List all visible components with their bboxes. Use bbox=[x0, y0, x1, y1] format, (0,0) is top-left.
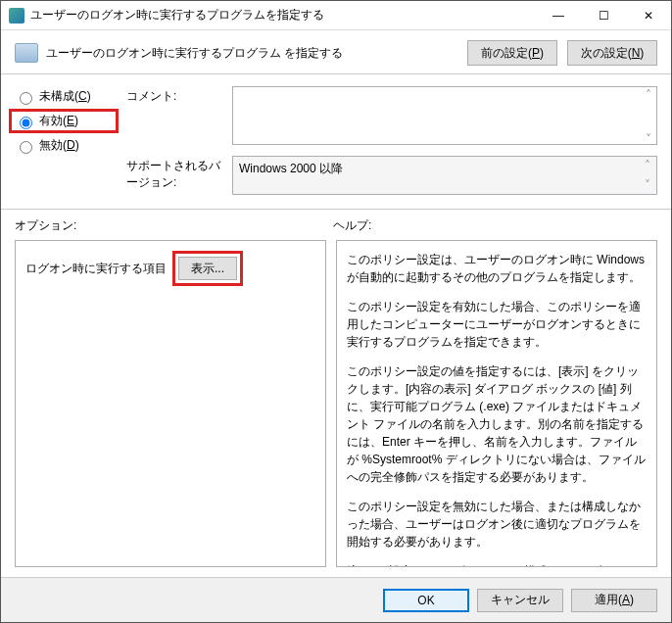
window-controls: — ☐ ✕ bbox=[536, 1, 671, 30]
logon-items-option: ログオン時に実行する項目 表示... bbox=[25, 251, 315, 286]
dialog-footer: OK キャンセル 適用(A) bbox=[1, 577, 671, 622]
state-radio-group: 未構成(C) 有効(E) 無効(D) bbox=[15, 86, 113, 205]
radio-enabled[interactable] bbox=[20, 117, 32, 129]
supported-label: サポートされるバージョン: bbox=[126, 156, 224, 191]
policy-icon bbox=[15, 43, 38, 63]
previous-setting-button[interactable]: 前の設定(P) bbox=[467, 40, 557, 66]
options-panel: ログオン時に実行する項目 表示... bbox=[15, 240, 326, 567]
options-section-label: オプション: bbox=[15, 217, 333, 234]
radio-disabled[interactable] bbox=[20, 141, 32, 154]
help-panel: このポリシー設定は、ユーザーのログオン時に Windows が自動的に起動するそ… bbox=[336, 240, 657, 567]
comment-textarea[interactable] bbox=[232, 86, 657, 145]
radio-not-configured[interactable] bbox=[20, 92, 32, 105]
radio-disabled-label: 無効(D) bbox=[39, 137, 79, 154]
panels-row: ログオン時に実行する項目 表示... このポリシー設定は、ユーザーのログオン時に… bbox=[1, 240, 671, 567]
window-title: ユーザーのログオン時に実行するプログラムを指定する bbox=[30, 7, 536, 24]
minimize-button[interactable]: — bbox=[536, 1, 581, 30]
supported-box: Windows 2000 以降 ˄˅ bbox=[232, 156, 657, 195]
supported-row: サポートされるバージョン: Windows 2000 以降 ˄˅ bbox=[126, 156, 657, 205]
radio-disabled-row: 無効(D) bbox=[15, 137, 113, 154]
show-button-highlight: 表示... bbox=[172, 251, 243, 286]
help-paragraph: このポリシー設定を有効にした場合、このポリシーを適用したコンピューターにユーザー… bbox=[347, 298, 647, 351]
apply-button[interactable]: 適用(A) bbox=[571, 589, 657, 612]
help-paragraph: 注: この設定は [コンピューターの構成] フォルダーと [ユーザーの構成] フ… bbox=[347, 562, 647, 567]
radio-enabled-row: 有効(E) bbox=[9, 109, 119, 133]
close-icon: ✕ bbox=[644, 9, 653, 23]
policy-title: ユーザーのログオン時に実行するプログラム を指定する bbox=[46, 45, 457, 62]
next-setting-button[interactable]: 次の設定(N) bbox=[567, 40, 657, 66]
comment-label: コメント: bbox=[126, 86, 224, 105]
help-paragraph: このポリシー設定の値を指定するには、[表示] をクリックします。[内容の表示] … bbox=[347, 362, 647, 486]
radio-not-configured-label: 未構成(C) bbox=[39, 88, 91, 105]
radio-enabled-label: 有効(E) bbox=[39, 113, 78, 129]
help-paragraph: このポリシー設定を無効にした場合、または構成しなかった場合、ユーザーはログオン後… bbox=[347, 498, 647, 551]
show-button[interactable]: 表示... bbox=[178, 257, 237, 280]
titlebar: ユーザーのログオン時に実行するプログラムを指定する — ☐ ✕ bbox=[1, 1, 671, 30]
fields-column: コメント: ˄˅ サポートされるバージョン: Windows 2000 以降 ˄… bbox=[126, 86, 657, 205]
scroll-indicator: ˄˅ bbox=[642, 88, 655, 146]
maximize-icon: ☐ bbox=[599, 9, 609, 23]
radio-not-configured-row: 未構成(C) bbox=[15, 88, 113, 105]
ok-button[interactable]: OK bbox=[383, 589, 469, 612]
maximize-button[interactable]: ☐ bbox=[581, 1, 626, 30]
help-section-label: ヘルプ: bbox=[333, 217, 657, 234]
section-labels: オプション: ヘルプ: bbox=[1, 210, 671, 240]
app-icon bbox=[9, 8, 24, 24]
cancel-button[interactable]: キャンセル bbox=[477, 589, 563, 612]
scroll-indicator: ˄˅ bbox=[641, 159, 654, 192]
help-paragraph: このポリシー設定は、ユーザーのログオン時に Windows が自動的に起動するそ… bbox=[347, 251, 647, 286]
header-row: ユーザーのログオン時に実行するプログラム を指定する 前の設定(P) 次の設定(… bbox=[1, 30, 671, 74]
close-button[interactable]: ✕ bbox=[626, 1, 671, 30]
minimize-icon: — bbox=[552, 9, 564, 23]
logon-items-label: ログオン時に実行する項目 bbox=[25, 261, 167, 277]
config-section: 未構成(C) 有効(E) 無効(D) コメント: ˄˅ サポートされるバージョン… bbox=[1, 74, 671, 210]
comment-row: コメント: ˄˅ bbox=[126, 86, 657, 148]
supported-value: Windows 2000 以降 bbox=[239, 162, 343, 175]
policy-dialog-window: ユーザーのログオン時に実行するプログラムを指定する — ☐ ✕ ユーザーのログオ… bbox=[0, 0, 672, 623]
